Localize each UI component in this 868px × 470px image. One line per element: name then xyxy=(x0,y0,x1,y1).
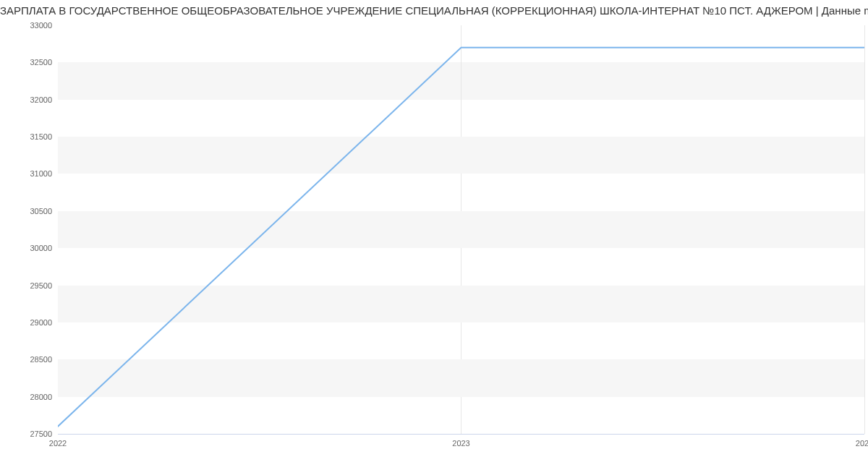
y-tick-label: 31500 xyxy=(0,132,52,141)
y-tick-label: 32000 xyxy=(0,95,52,104)
chart-container: ЗАРПЛАТА В ГОСУДАРСТВЕННОЕ ОБЩЕОБРАЗОВАТ… xyxy=(0,0,868,470)
plot-area xyxy=(58,25,864,434)
y-tick-label: 27500 xyxy=(0,430,52,438)
x-axis-line xyxy=(58,434,864,435)
x-tick-label: 2022 xyxy=(49,439,67,448)
y-tick-label: 28000 xyxy=(0,393,52,401)
y-tick-label: 28500 xyxy=(0,355,52,364)
line-series xyxy=(58,25,864,434)
x-tick-label: 2024 xyxy=(856,439,868,448)
y-tick-label: 32500 xyxy=(0,58,52,67)
chart-title: ЗАРПЛАТА В ГОСУДАРСТВЕННОЕ ОБЩЕОБРАЗОВАТ… xyxy=(0,4,868,17)
x-tick-label: 2023 xyxy=(452,439,469,448)
y-tick-label: 29000 xyxy=(0,318,52,327)
y-tick-label: 30000 xyxy=(0,244,52,252)
y-tick-label: 30500 xyxy=(0,207,52,215)
y-tick-label: 29500 xyxy=(0,281,52,290)
y-tick-label: 31000 xyxy=(0,169,52,178)
y-tick-label: 33000 xyxy=(0,21,52,30)
series-line xyxy=(58,48,864,427)
